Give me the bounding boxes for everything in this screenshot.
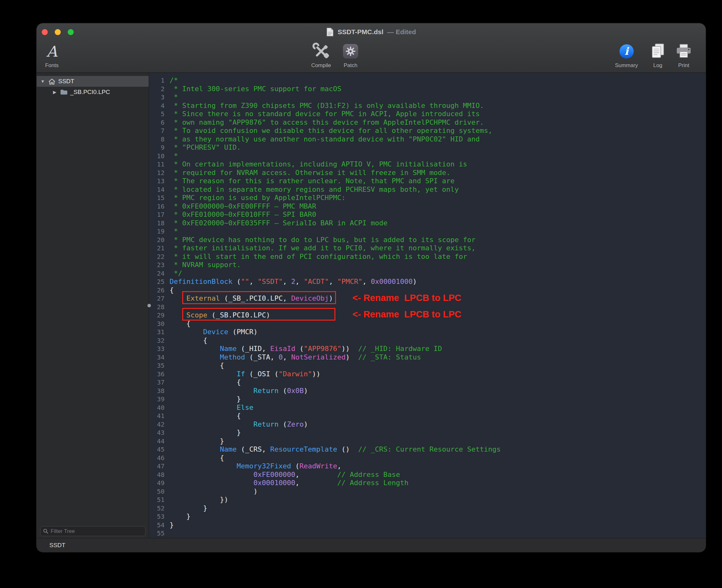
code-editor[interactable]: 1/*2 * Intel 300-series PMC support for … bbox=[149, 73, 705, 538]
code-line: 49 0x00010000, // Address Length bbox=[149, 479, 501, 487]
code-line: 6 * own naming "APP9876" to access this … bbox=[149, 118, 501, 127]
code-line: 37 { bbox=[149, 378, 501, 387]
filter-tree-input[interactable] bbox=[50, 528, 143, 534]
window-chrome: SSDT-PMC.dsl — Edited A Fonts bbox=[37, 23, 705, 73]
code-line: 47 Memory32Fixed (ReadWrite, bbox=[149, 462, 501, 470]
disclosure-expanded-icon[interactable]: ▼ bbox=[39, 79, 46, 84]
code-line: 46 { bbox=[149, 454, 501, 462]
code-line: 31 Device (PMCR) bbox=[149, 328, 501, 336]
code-line: 41 { bbox=[149, 412, 501, 420]
code-line: 15 * PMC region is used by AppleIntelPCH… bbox=[149, 194, 501, 202]
code-line: 9 * "PCHRESV" UID. bbox=[149, 143, 501, 152]
app-window: SSDT-PMC.dsl — Edited A Fonts bbox=[37, 23, 705, 552]
magnifier-icon bbox=[43, 528, 48, 534]
code-line: 25DefinitionBlock ("", "SSDT", 2, "ACDT"… bbox=[149, 277, 501, 286]
statusbar: SSDT bbox=[37, 538, 705, 552]
gear-icon bbox=[345, 46, 356, 57]
patch-label: Patch bbox=[344, 61, 357, 69]
code-line: 19 * bbox=[149, 227, 501, 236]
code-line: 7 * To avoid confusion we disable this d… bbox=[149, 127, 501, 135]
code-line: 30 { bbox=[149, 320, 501, 328]
code-line: 14 * located in separate memory regions … bbox=[149, 186, 501, 194]
fonts-icon: A bbox=[46, 44, 57, 59]
code-line: 51 }) bbox=[149, 496, 501, 504]
code-line: 54} bbox=[149, 521, 501, 529]
summary-button[interactable]: i Summary bbox=[611, 41, 642, 69]
title-filename: SSDT-PMC.dsl bbox=[338, 28, 383, 36]
code-line: 20 * PMC device has nothing to do to LPC… bbox=[149, 236, 501, 244]
annotation-box-scope bbox=[182, 308, 335, 320]
statusbar-path: SSDT bbox=[49, 542, 65, 549]
filter-tree-field[interactable] bbox=[40, 526, 146, 536]
code-line: 17 * 0xFE010000~0xFE010FFF – SPI BAR0 bbox=[149, 210, 501, 219]
summary-label: Summary bbox=[615, 61, 638, 69]
code-line: 34 Method (_STA, 0, NotSerialized) // _S… bbox=[149, 353, 501, 362]
code-line: 55 bbox=[149, 529, 501, 538]
code-line: 16 * 0xFE000000~0xFE00FFFF – PMC MBAR bbox=[149, 202, 501, 211]
acpi-tree: ▼ SSDT ▶ _SB.PCI0.LPC bbox=[37, 73, 149, 98]
window-title: SSDT-PMC.dsl — Edited bbox=[37, 23, 705, 41]
code-line: 2 * Intel 300-series PMC support for mac… bbox=[149, 85, 501, 93]
fonts-label: Fonts bbox=[45, 61, 59, 69]
code-lines: 1/*2 * Intel 300-series PMC support for … bbox=[149, 76, 501, 538]
home-icon bbox=[48, 78, 56, 85]
code-line: 38 Return (0x0B) bbox=[149, 387, 501, 395]
code-line: 42 Return (Zero) bbox=[149, 420, 501, 429]
disclosure-collapsed-icon[interactable]: ▶ bbox=[51, 89, 58, 94]
code-line: 11 * On certain implementations, includi… bbox=[149, 160, 501, 169]
tree-item-sb-pci0-lpc[interactable]: ▶ _SB.PCI0.LPC bbox=[37, 87, 149, 98]
print-button[interactable]: Print bbox=[672, 41, 696, 69]
patch-button[interactable]: Patch bbox=[338, 41, 363, 69]
code-line: 50 ) bbox=[149, 487, 501, 496]
code-line: 22 * it will start in the end of PCI con… bbox=[149, 253, 501, 261]
code-line: 18 * 0xFE020000~0xFE035FFF – SerialIo BA… bbox=[149, 219, 501, 228]
gutter-marker-dot bbox=[147, 304, 151, 307]
compile-button[interactable]: Compile bbox=[305, 41, 337, 69]
code-line: 40 Else bbox=[149, 403, 501, 412]
code-line: 5 * Since there is no standard device fo… bbox=[149, 110, 501, 118]
code-line: 33 Name (_HID, EisaId ("APP9876")) // _H… bbox=[149, 344, 501, 353]
log-pages-icon bbox=[650, 43, 666, 60]
compile-label: Compile bbox=[311, 61, 331, 69]
code-line: 45 Name (_CRS, ResourceTemplate () // _C… bbox=[149, 445, 501, 454]
print-label: Print bbox=[678, 61, 689, 69]
printer-icon bbox=[675, 43, 693, 60]
tree-item-label: SSDT bbox=[58, 78, 75, 85]
toolbar: A Fonts Compile bbox=[37, 41, 705, 73]
code-line: 48 0xFE000000, // Address Base bbox=[149, 470, 501, 479]
code-line: 52 } bbox=[149, 504, 501, 513]
code-line: 44 } bbox=[149, 437, 501, 446]
title-edited-suffix: — Edited bbox=[387, 28, 416, 36]
code-line: 36 If (_OSI ("Darwin")) bbox=[149, 370, 501, 378]
compile-tools-icon bbox=[312, 42, 330, 60]
code-line: 39 } bbox=[149, 395, 501, 403]
code-line: 43 } bbox=[149, 428, 501, 437]
code-line: 13 * The reason for this is rather uncle… bbox=[149, 177, 501, 186]
log-button[interactable]: Log bbox=[647, 41, 669, 69]
code-line: 12 * required for NVRAM access. Otherwis… bbox=[149, 169, 501, 177]
code-line: 8 * as they normally use another non-sta… bbox=[149, 135, 501, 144]
tree-item-label: _SB.PCI0.LPC bbox=[70, 89, 110, 96]
sidebar: ▼ SSDT ▶ _SB.PCI0.LPC bbox=[37, 73, 149, 538]
folder-icon bbox=[60, 89, 68, 95]
document-icon bbox=[326, 27, 334, 37]
log-label: Log bbox=[653, 61, 662, 69]
annotation-note-external: <- Rename LPCB to LPC bbox=[353, 293, 461, 303]
code-line: 53 } bbox=[149, 512, 501, 521]
code-line: 3 * bbox=[149, 93, 501, 102]
annotation-box-external bbox=[182, 291, 336, 304]
tree-item-ssdt[interactable]: ▼ SSDT bbox=[37, 76, 149, 87]
code-line: 35 { bbox=[149, 361, 501, 370]
annotation-note-scope: <- Rename LPCB to LPC bbox=[353, 309, 461, 320]
code-line: 10 * bbox=[149, 152, 501, 161]
code-line: 32 { bbox=[149, 336, 501, 345]
code-line: 1/* bbox=[149, 76, 501, 85]
code-line: 21 * faster initialisation. If we add it… bbox=[149, 244, 501, 253]
code-line: 4 * Starting from Z390 chipsets PMC (D31… bbox=[149, 102, 501, 110]
titlebar[interactable]: SSDT-PMC.dsl — Edited bbox=[37, 23, 705, 41]
code-line: 23 * NVRAM support. bbox=[149, 261, 501, 269]
fonts-button[interactable]: A Fonts bbox=[39, 41, 65, 69]
code-line: 24 */ bbox=[149, 269, 501, 278]
info-icon: i bbox=[619, 44, 634, 59]
